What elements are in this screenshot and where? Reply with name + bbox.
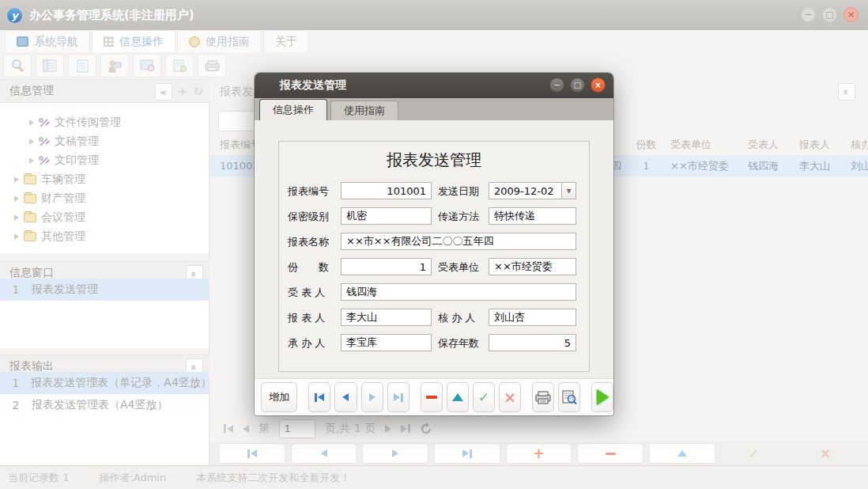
window-search-button[interactable]	[133, 54, 161, 78]
user-button[interactable]	[100, 54, 129, 78]
tree-item-vehicle[interactable]: 车辆管理	[0, 170, 209, 189]
dlg-cancel-button[interactable]: ×	[499, 382, 521, 412]
pagination-bar: 第 页,共 1 页	[209, 418, 868, 439]
printer-button[interactable]	[198, 54, 226, 78]
minimize-button[interactable]: ─	[801, 7, 816, 22]
dlg-prev-button[interactable]	[334, 382, 357, 412]
list-item[interactable]: 2 报表发送管理表（A4竖放）	[0, 394, 209, 416]
tree-item-file-circulation[interactable]: 文件传阅管理	[0, 113, 209, 132]
report-no-field[interactable]	[341, 182, 432, 199]
secrecy-field[interactable]	[341, 207, 432, 225]
method-field[interactable]	[489, 207, 576, 225]
tree-item-property[interactable]: 财产管理	[0, 189, 209, 208]
x-icon: ×	[504, 389, 516, 406]
date-dropdown-button[interactable]: ▼	[562, 182, 576, 199]
tree-item-meeting[interactable]: 会议管理	[0, 208, 209, 227]
window-search-icon	[140, 59, 155, 72]
tree-item-manuscript[interactable]: 文稿管理	[0, 132, 209, 151]
dlg-post-button[interactable]: ✓	[473, 382, 495, 412]
col-copies[interactable]: 份数	[628, 135, 664, 155]
x-icon: ×	[820, 445, 831, 461]
nav-next-button[interactable]	[362, 443, 428, 464]
dlg-last-button[interactable]	[387, 382, 409, 412]
expand-arrow-icon[interactable]	[14, 176, 19, 183]
dialog-maximize-button[interactable]: □	[570, 78, 585, 93]
dlg-preview-button[interactable]	[558, 382, 580, 412]
col-reporter[interactable]: 报表人	[794, 135, 846, 155]
tab-user-guide[interactable]: 使用指南	[177, 30, 262, 52]
send-date-field[interactable]	[489, 182, 562, 199]
tree-item-other[interactable]: 其他管理	[0, 227, 209, 246]
page-last-button[interactable]	[401, 424, 410, 433]
list-item[interactable]: 1 报表发送管理	[0, 279, 209, 301]
dialog-close-button[interactable]: ×	[591, 78, 606, 93]
page-next-button[interactable]	[385, 425, 391, 433]
dlg-edit-button[interactable]	[447, 382, 469, 412]
page-number-input[interactable]	[279, 419, 315, 438]
report-no-label: 报表编号	[288, 184, 329, 199]
cancel-record-button[interactable]: ×	[792, 443, 859, 464]
copies-field[interactable]	[341, 258, 432, 275]
edit-record-button[interactable]	[649, 443, 715, 464]
maximize-button[interactable]: □	[822, 7, 837, 22]
list-item[interactable]: 1 报表发送管理表（单记录，A4竖放）	[0, 372, 209, 394]
search-button[interactable]	[3, 54, 32, 78]
cell-reporter: 李大山	[794, 155, 846, 176]
refresh-icon[interactable]: ↻	[193, 85, 203, 99]
recv-unit-field[interactable]	[489, 258, 576, 275]
dlg-add-button[interactable]: 增加	[261, 382, 297, 412]
expand-arrow-icon[interactable]	[14, 195, 19, 202]
handler-field[interactable]	[341, 334, 432, 351]
dialog-tab-info-operation[interactable]: 信息操作	[259, 99, 327, 120]
expand-arrow-icon[interactable]	[29, 119, 34, 126]
expand-arrow-icon[interactable]	[29, 157, 34, 164]
add-icon[interactable]: +	[178, 85, 188, 99]
print-preview-icon	[561, 390, 577, 404]
col-recv-person[interactable]: 受表人	[743, 135, 794, 155]
nav-prev-button[interactable]	[291, 443, 357, 464]
reporter-field[interactable]	[341, 309, 432, 326]
report-name-field[interactable]	[341, 233, 576, 250]
tab-about[interactable]: 关于	[263, 30, 309, 52]
tree-item-printing[interactable]: 文印管理	[0, 151, 209, 170]
dialog-titlebar[interactable]: 报表发送管理 ─ □ ×	[255, 73, 613, 98]
dlg-next-button[interactable]	[361, 382, 383, 412]
dlg-run-button[interactable]	[591, 382, 613, 412]
cell-verifier: 刘山杏	[846, 155, 868, 176]
page-refresh-icon[interactable]	[420, 423, 432, 435]
post-record-button[interactable]: ✓	[721, 443, 787, 464]
expand-arrow-icon[interactable]	[14, 233, 19, 240]
tab-info-operation[interactable]: 信息操作	[92, 30, 175, 52]
dlg-delete-button[interactable]	[421, 382, 443, 412]
folder-icon	[24, 194, 36, 203]
col-recv-unit[interactable]: 受表单位	[664, 135, 743, 155]
app-titlebar: y 办公事务管理系统(非注册用户) ─ □ ×	[0, 0, 868, 30]
page-first-button[interactable]	[224, 424, 233, 433]
status-message: 本系统支持二次开发和全新开发！	[196, 471, 350, 485]
search-icon	[10, 59, 25, 73]
panel-collapse-button[interactable]: «	[838, 83, 855, 100]
dialog-minimize-button[interactable]: ─	[549, 78, 564, 93]
keep-years-label: 保存年数	[438, 336, 479, 351]
dlg-first-button[interactable]	[308, 382, 330, 412]
sidebar-collapse-button[interactable]: «	[155, 83, 172, 100]
close-button[interactable]: ×	[843, 7, 859, 22]
delete-record-button[interactable]	[577, 443, 643, 464]
verifier-field[interactable]	[489, 309, 576, 326]
col-verifier[interactable]: 核办人	[846, 135, 868, 155]
page-prev-button[interactable]	[243, 425, 249, 433]
document-button[interactable]	[68, 54, 96, 78]
new-document-button[interactable]	[165, 54, 194, 78]
datasheet-button[interactable]	[36, 54, 64, 78]
expand-arrow-icon[interactable]	[14, 214, 19, 221]
add-record-button[interactable]: +	[506, 443, 572, 464]
recv-person-field[interactable]	[341, 283, 576, 301]
keep-years-field[interactable]	[489, 334, 576, 351]
app-logo-icon: y	[7, 8, 22, 23]
nav-first-button[interactable]	[219, 443, 285, 464]
dlg-print-button[interactable]	[532, 382, 554, 412]
expand-arrow-icon[interactable]	[29, 138, 34, 145]
nav-last-button[interactable]	[434, 443, 500, 464]
tab-system-nav[interactable]: 系统导航	[5, 30, 90, 52]
dialog-tab-user-guide[interactable]: 使用指南	[330, 100, 398, 120]
